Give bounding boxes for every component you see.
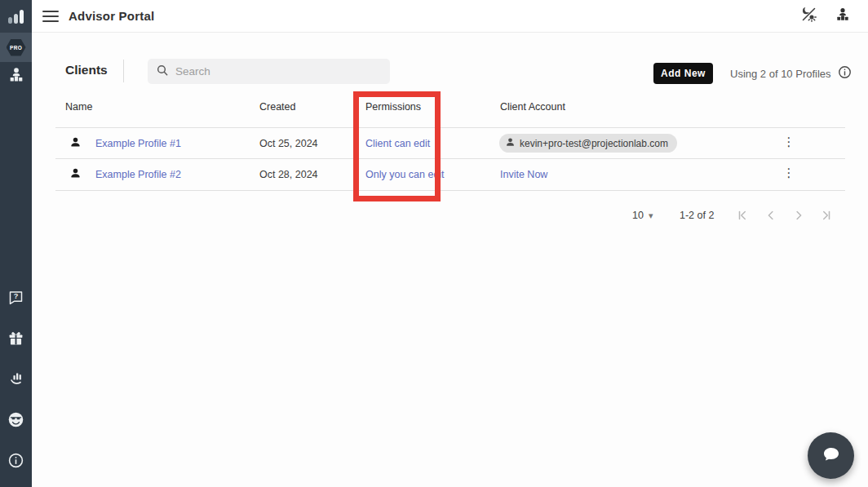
pagination-range: 1-2 of 2 bbox=[680, 207, 714, 224]
invite-now-link[interactable]: Invite Now bbox=[500, 169, 547, 180]
bar-chart-logo bbox=[8, 10, 24, 24]
profile-person-icon bbox=[69, 136, 82, 152]
usage-text: Using 2 of 10 Profiles bbox=[730, 68, 831, 80]
search-input[interactable] bbox=[175, 65, 382, 77]
sidebar: PRO ? bbox=[0, 0, 32, 487]
next-page-button[interactable] bbox=[791, 207, 806, 224]
info-icon bbox=[7, 452, 24, 469]
theme-toggle-button[interactable] bbox=[799, 7, 817, 25]
app-logo-icon[interactable] bbox=[0, 0, 32, 33]
gift-icon bbox=[7, 330, 24, 347]
sidebar-item-hand-chart[interactable] bbox=[0, 364, 32, 393]
profile-person-icon bbox=[69, 167, 82, 183]
created-date: Oct 25, 2024 bbox=[259, 138, 318, 149]
column-header-client-account: Client Account bbox=[500, 101, 565, 113]
theme-light-dark-icon bbox=[800, 6, 817, 26]
main-content: Clients Add New Using 2 of 10 Profiles bbox=[32, 33, 868, 487]
chip-person-icon bbox=[505, 137, 516, 150]
created-date: Oct 28, 2024 bbox=[259, 169, 318, 180]
rows-per-page-value: 10 bbox=[632, 210, 644, 221]
person-podium-icon bbox=[7, 66, 25, 87]
chat-bubble-icon bbox=[822, 445, 841, 467]
sidebar-bottom-group: ? bbox=[0, 282, 32, 487]
top-header: Advisor Portal bbox=[32, 0, 868, 33]
row-menu-kebab-icon[interactable]: ⋮ bbox=[782, 166, 795, 179]
sidebar-item-info[interactable] bbox=[0, 445, 32, 475]
usage-info-icon[interactable] bbox=[838, 65, 852, 82]
clients-heading: Clients bbox=[65, 63, 108, 77]
page-title: Advisor Portal bbox=[69, 9, 154, 23]
cool-face-icon bbox=[7, 411, 24, 428]
table-divider bbox=[55, 190, 845, 191]
table-divider bbox=[55, 158, 845, 159]
sidebar-item-help-chat[interactable]: ? bbox=[0, 282, 32, 312]
rows-per-page-select[interactable]: 10 ▾ bbox=[632, 207, 653, 224]
sidebar-item-clients[interactable] bbox=[0, 62, 32, 91]
pagination-bar: 10 ▾ 1-2 of 2 bbox=[32, 207, 845, 224]
search-box bbox=[148, 59, 390, 84]
header-actions bbox=[799, 7, 852, 25]
heading-divider bbox=[123, 60, 124, 82]
sidebar-item-cool-face[interactable] bbox=[0, 405, 32, 434]
last-page-button[interactable] bbox=[818, 207, 833, 224]
permissions-link[interactable]: Only you can edit bbox=[365, 169, 445, 180]
column-header-created: Created bbox=[259, 101, 295, 113]
chat-fab-button[interactable] bbox=[808, 432, 854, 479]
sidebar-item-gift[interactable] bbox=[0, 323, 32, 352]
profile-name-link[interactable]: Example Profile #1 bbox=[95, 138, 181, 149]
hand-chart-icon bbox=[7, 370, 24, 387]
svg-text:?: ? bbox=[14, 292, 19, 300]
row-menu-kebab-icon[interactable]: ⋮ bbox=[782, 135, 795, 148]
column-header-permissions: Permissions bbox=[365, 101, 421, 113]
sidebar-item-pro[interactable]: PRO bbox=[0, 33, 32, 62]
pro-badge-icon: PRO bbox=[7, 39, 26, 56]
profiles-usage: Using 2 of 10 Profiles bbox=[730, 65, 852, 82]
chat-question-icon: ? bbox=[7, 289, 24, 306]
profile-name-link[interactable]: Example Profile #2 bbox=[95, 169, 181, 180]
add-new-button[interactable]: Add New bbox=[653, 63, 713, 84]
client-account-chip[interactable]: kevin+pro-test@projectionlab.com bbox=[499, 134, 677, 153]
search-icon bbox=[156, 64, 169, 80]
previous-page-button[interactable] bbox=[764, 207, 778, 224]
first-page-button[interactable] bbox=[736, 207, 751, 224]
chevron-down-icon: ▾ bbox=[649, 210, 653, 221]
column-header-name: Name bbox=[65, 101, 92, 113]
account-menu-button[interactable] bbox=[834, 7, 852, 25]
client-email: kevin+pro-test@projectionlab.com bbox=[520, 138, 668, 149]
permissions-link[interactable]: Client can edit bbox=[365, 138, 430, 149]
advisor-portal-page: PRO ? bbox=[0, 0, 868, 487]
table-divider bbox=[55, 127, 845, 128]
account-podium-icon bbox=[835, 7, 851, 26]
hamburger-menu-button[interactable] bbox=[42, 11, 59, 22]
